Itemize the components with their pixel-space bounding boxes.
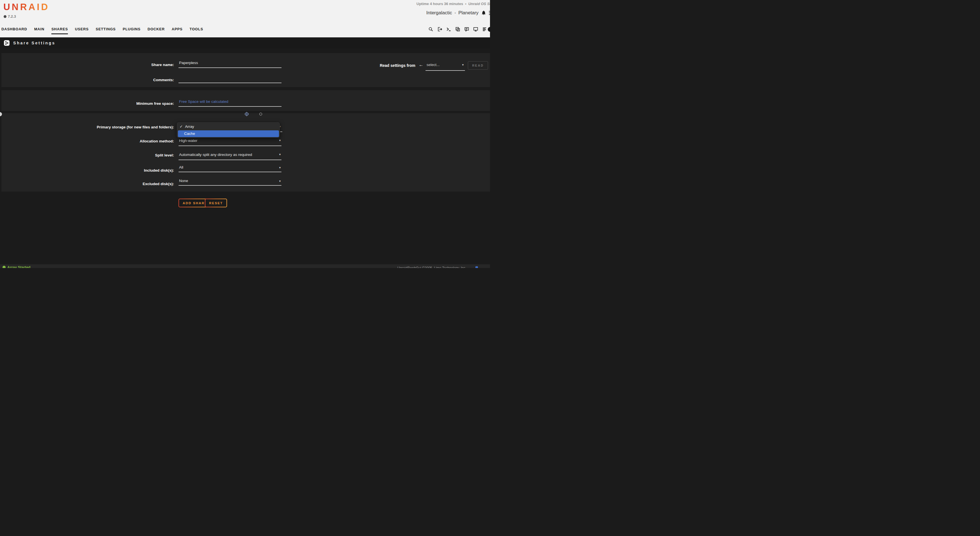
footer: Array Started Unraid®webGui ©2005, Lime … <box>0 264 490 268</box>
main-nav: DASHBOARD MAIN SHARES USERS SETTINGS PLU… <box>2 27 203 34</box>
log-icon[interactable] <box>482 27 487 32</box>
version-label: 7.2.3 <box>4 14 16 19</box>
underline <box>178 185 282 186</box>
unraid-logo[interactable]: UNRAID <box>3 2 49 12</box>
move-cursor-icon <box>244 112 249 116</box>
excluded-disks-label: Excluded disk(s): <box>62 182 174 186</box>
underline <box>178 172 282 172</box>
caret-down-icon: ▼ <box>279 139 281 142</box>
page-title-bar: Share Settings <box>0 37 490 48</box>
nav-settings[interactable]: SETTINGS <box>96 27 116 34</box>
copy-icon[interactable] <box>455 27 460 32</box>
underline <box>425 70 465 71</box>
version-icon <box>4 15 6 18</box>
min-free-label: Minimum free space: <box>62 101 174 105</box>
nav-shares[interactable]: SHARES <box>51 27 68 34</box>
comments-input[interactable] <box>178 76 282 83</box>
share-name-input[interactable] <box>178 61 282 68</box>
primary-storage-label: Primary storage (for new files and folde… <box>62 125 174 129</box>
server-description: Planetary <box>458 10 479 16</box>
feedback-icon[interactable] <box>464 27 469 32</box>
notifications-bell-icon[interactable] <box>481 10 486 16</box>
array-status-text: Array Started <box>7 265 30 268</box>
read-button[interactable]: READ <box>468 61 488 70</box>
read-settings-label: Read settings from <box>356 63 415 68</box>
page-title: Share Settings <box>13 41 56 45</box>
nav-main[interactable]: MAIN <box>34 27 45 34</box>
option-array[interactable]: ✓ Array <box>180 124 194 129</box>
unraid-shares-page: UNRAID 7.2.3 Uptime 4 hours 36 minutes •… <box>0 0 490 268</box>
os-ticker-text: Unraid OS Start <box>468 2 490 6</box>
nav-plugins[interactable]: PLUGINS <box>123 27 140 34</box>
theme-toggle-icon[interactable] <box>488 27 490 32</box>
terminal-icon[interactable] <box>446 27 451 32</box>
read-settings-select[interactable]: select... ▼ <box>425 61 465 69</box>
nav-tools[interactable]: TOOLS <box>189 27 203 34</box>
check-icon: ✓ <box>180 124 183 129</box>
toolbar-icons <box>428 27 487 32</box>
search-icon[interactable] <box>428 27 433 32</box>
server-name: Intergalactic <box>426 10 452 16</box>
menu-hamburger-icon[interactable] <box>489 11 490 15</box>
click-ring-icon <box>259 113 262 115</box>
min-free-input[interactable] <box>178 99 282 107</box>
included-disks-select[interactable]: All ▼ <box>178 164 282 171</box>
comments-label: Comments: <box>62 78 174 82</box>
sign-out-icon[interactable] <box>437 27 442 32</box>
nav-apps[interactable]: APPS <box>172 27 183 34</box>
share-icon <box>4 40 10 46</box>
uptime-text: Uptime 4 hours 36 minutes <box>417 2 463 6</box>
copyright-text: Unraid®webGui ©2005, Lime Technology, In… <box>398 266 466 268</box>
split-level-label: Split level: <box>62 153 174 157</box>
dot-separator: • <box>465 2 466 6</box>
nav-users[interactable]: USERS <box>75 27 89 34</box>
included-disks-label: Included disk(s): <box>62 168 174 172</box>
caret-down-icon: ▼ <box>461 64 464 66</box>
caret-down-icon: ▼ <box>279 153 281 156</box>
dot-separator: • <box>455 11 456 15</box>
allocation-select[interactable]: High-water ▼ <box>178 138 282 144</box>
footer-badge-icon <box>476 266 478 268</box>
nav-docker[interactable]: DOCKER <box>148 27 165 34</box>
share-name-label: Share name: <box>62 63 174 67</box>
allocation-label: Allocation method: <box>62 139 174 143</box>
uptime-bar: Uptime 4 hours 36 minutes • Unraid OS St… <box>417 2 490 6</box>
monitor-icon[interactable] <box>473 27 478 32</box>
split-level-select[interactable]: Automatically split any directory as req… <box>178 152 282 158</box>
caret-down-icon: ▼ <box>279 180 281 183</box>
caret-down-icon: ▼ <box>279 166 281 169</box>
excluded-disks-select[interactable]: None ▼ <box>178 177 282 184</box>
underline <box>178 145 282 146</box>
header: UNRAID 7.2.3 Uptime 4 hours 36 minutes •… <box>0 0 490 37</box>
underline <box>178 160 282 160</box>
reset-button[interactable]: RESET <box>205 199 227 207</box>
nav-dashboard[interactable]: DASHBOARD <box>2 27 27 34</box>
option-cache[interactable]: Cache <box>178 130 279 137</box>
arrow-left-icon: ← <box>419 62 423 68</box>
primary-storage-dropdown: ✓ Array Cache <box>177 122 280 138</box>
content-area: Share name: Read settings from ← select.… <box>0 48 490 264</box>
server-identity: Intergalactic • Planetary <box>426 10 490 16</box>
array-status-icon <box>3 266 6 268</box>
